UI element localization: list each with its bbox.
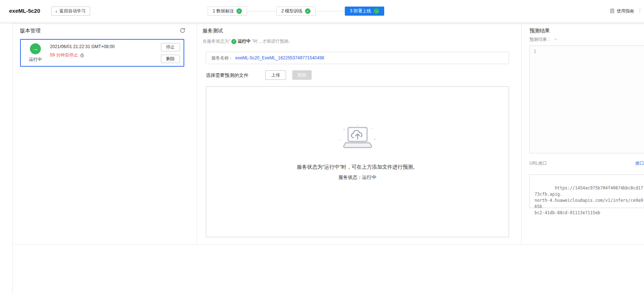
version-status: → 运行中	[21, 40, 50, 66]
step-label: 3 部署上线	[350, 8, 371, 14]
step-deploy[interactable]: 3 部署上线 →	[345, 7, 384, 16]
refresh-icon[interactable]	[179, 27, 186, 35]
check-icon: ✓	[236, 8, 242, 14]
hint-status: 运行中	[238, 38, 251, 44]
result-summary: 预测结果： --	[529, 36, 557, 43]
auto-stop-row: 59 分钟后停止	[50, 52, 159, 58]
guide-link[interactable]: 使用指南	[610, 8, 634, 14]
version-timestamp: 2021/06/01 21:22:31 GMT+08:00	[50, 44, 159, 49]
check-icon: ✓	[305, 8, 311, 14]
card-bottom-border	[13, 244, 644, 245]
auto-stop-timer-icon[interactable]	[80, 53, 84, 58]
file-select-label: 选择需要预测的文件	[206, 72, 248, 79]
step-connector	[316, 11, 345, 11]
service-status-text: 服务状态：运行中	[339, 174, 377, 181]
upload-button[interactable]: 上传	[265, 70, 286, 80]
step-indicator: 1 数据标注 ✓ 2 模型训练 ✓ 3 部署上线 →	[208, 7, 384, 16]
guide-link-label: 使用指南	[617, 8, 634, 14]
result-label: 预测结果：	[529, 36, 551, 43]
service-name-link[interactable]: exeML-5c20_ExeML_1622553749771540498	[235, 55, 324, 60]
check-icon: ✓	[231, 39, 236, 44]
editor-line-number: 1	[533, 48, 536, 54]
version-panel: 版本管理 → 运行中 2021/06/01 21:22:31 GMT+08:00…	[13, 24, 197, 244]
auto-stop-countdown: 59 分钟后停止	[50, 52, 78, 58]
service-url-box[interactable]: https://1454ac975b704f40874bbc8cd1773cfb…	[529, 175, 644, 208]
result-value: --	[554, 36, 557, 43]
running-status-icon: →	[30, 43, 41, 54]
delete-button[interactable]: 删除	[161, 55, 180, 63]
result-editor[interactable]: 1	[529, 46, 644, 153]
page-title: exeML-5c20	[9, 8, 40, 14]
service-test-panel: 服务测试 当服务状态为" ✓ 运行中 "时，才能进行预测。 服务名称： exeM…	[197, 24, 521, 244]
chevron-left-icon: ‹	[55, 9, 57, 14]
step-label: 2 模型训练	[281, 8, 302, 14]
page: exeML-5c20 ‹ 返回自动学习 1 数据标注 ✓ 2 模型训练 ✓ 3 …	[0, 0, 644, 294]
service-status-hint: 当服务状态为" ✓ 运行中 "时，才能进行预测。	[203, 38, 293, 44]
step-model-training[interactable]: 2 模型训练 ✓	[276, 7, 316, 16]
back-button[interactable]: ‹ 返回自动学习	[51, 7, 90, 16]
service-panel-title: 服务测试	[203, 28, 223, 34]
hint-prefix: 当服务状态为"	[203, 38, 230, 44]
service-name-row: 服务名称： exeML-5c20_ExeML_16225537497715404…	[206, 52, 509, 64]
step-data-labeling[interactable]: 1 数据标注 ✓	[208, 7, 247, 16]
predict-button[interactable]: 预测	[292, 70, 312, 80]
url-label: URL接口	[529, 160, 547, 166]
drop-area-hint: 服务状态为"运行中"时，可在上方添加文件进行预测。	[297, 164, 418, 170]
service-url-text: https://1454ac975b704f40874bbc8cd1773cfb…	[535, 185, 643, 215]
prediction-drop-area: 服务状态为"运行中"时，可在上方添加文件进行预测。 服务状态：运行中	[206, 86, 509, 237]
guide-doc-icon	[610, 8, 615, 13]
back-button-label: 返回自动学习	[59, 8, 86, 14]
running-status-label: 运行中	[29, 56, 42, 63]
version-info: 2021/06/01 21:22:31 GMT+08:00 59 分钟后停止	[50, 40, 159, 66]
api-guide-link[interactable]: 接口调用	[635, 160, 644, 166]
stop-button[interactable]: 停止	[161, 43, 180, 51]
step-label: 1 数据标注	[213, 8, 234, 14]
header: exeML-5c20 ‹ 返回自动学习 1 数据标注 ✓ 2 模型训练 ✓ 3 …	[0, 0, 644, 22]
result-panel: 预测结果 预测结果： -- 1 URL接口 接口调用 https://1454a…	[522, 24, 644, 244]
content-card: 版本管理 → 运行中 2021/06/01 21:22:31 GMT+08:00…	[12, 24, 644, 294]
version-card[interactable]: → 运行中 2021/06/01 21:22:31 GMT+08:00 59 分…	[20, 39, 184, 67]
upload-laptop-icon	[336, 124, 379, 155]
service-name-label: 服务名称：	[211, 55, 233, 61]
version-actions: 停止 删除	[159, 40, 184, 66]
arrow-right-icon: →	[374, 8, 379, 14]
hint-suffix: "时，才能进行预测。	[252, 38, 293, 44]
refresh-arrow-icon	[180, 27, 186, 34]
result-panel-title: 预测结果	[529, 28, 550, 34]
step-connector	[247, 11, 276, 11]
header-separator: |	[639, 7, 640, 13]
version-panel-title: 版本管理	[20, 28, 41, 34]
